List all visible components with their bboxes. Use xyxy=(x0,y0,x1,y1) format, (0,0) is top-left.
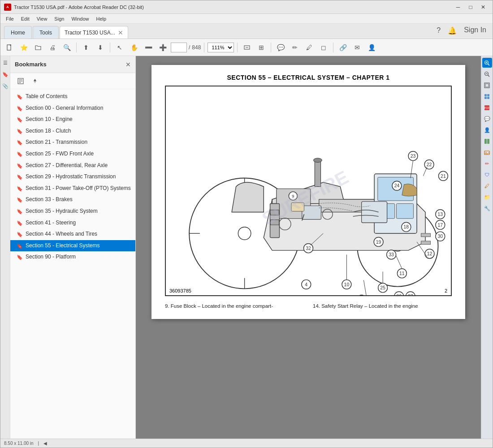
svg-text:21: 21 xyxy=(441,174,446,179)
svg-rect-25 xyxy=(362,202,387,223)
divider-4 xyxy=(237,43,238,52)
menu-view[interactable]: View xyxy=(33,15,51,22)
bookmark-label: Section 31 - Power Take-Off (PTO) System… xyxy=(26,185,131,192)
notification-button[interactable]: 🔔 xyxy=(445,26,459,37)
right-comment-button[interactable]: 💬 xyxy=(482,114,492,124)
bookmark-icon: 🔖 xyxy=(17,220,23,226)
page-navigation: ↖ ✋ ➖ ➕ 664 / 848 xyxy=(113,41,201,54)
page-thumbnail-btn[interactable]: ☰ xyxy=(1,59,9,67)
email-button[interactable]: ✉ xyxy=(351,41,363,54)
bookmark-item-s55[interactable]: 🔖 Section 55 - Electrical Systems xyxy=(10,240,135,252)
select-tool-button[interactable]: ↖ xyxy=(113,41,126,54)
print-button[interactable]: 🖨 xyxy=(46,41,59,54)
menu-edit[interactable]: Edit xyxy=(17,15,33,22)
tab-doc-label: Tractor T1530 USA... xyxy=(65,30,115,36)
bookmark-item-s35[interactable]: 🔖 Section 35 - Hydraulic System xyxy=(10,206,135,217)
bookmark-item-toc[interactable]: 🔖 Table of Contents xyxy=(10,91,135,103)
maximize-button[interactable]: □ xyxy=(465,3,476,12)
svg-rect-101 xyxy=(487,94,489,96)
svg-text:27: 27 xyxy=(408,294,413,295)
zoom-select[interactable]: 50% 75% 100% 111% 125% 150% 200% xyxy=(208,43,234,52)
tab-home[interactable]: Home xyxy=(4,26,32,39)
fit-width-button[interactable] xyxy=(241,41,253,54)
bookmark-panel-btn[interactable]: 🔖 xyxy=(1,70,9,78)
svg-text:26: 26 xyxy=(396,294,402,295)
upload-button[interactable]: ⬆ xyxy=(80,41,92,54)
right-tool-strip: PDF 💬 👤 ✏ 🛡 🖊 📁 🔧 xyxy=(481,56,493,439)
right-export-pdf-button[interactable]: PDF xyxy=(482,103,492,112)
right-folder-button[interactable]: 📁 xyxy=(482,192,492,202)
right-highlight-button[interactable]: 🖊 xyxy=(482,181,492,191)
status-nav-prev[interactable]: ◀ xyxy=(43,441,47,446)
right-tools-button[interactable]: 🔧 xyxy=(482,203,492,213)
sidebar-header: Bookmarks ✕ xyxy=(10,56,135,73)
caption-left: 9. Fuse Block – Located in the engine co… xyxy=(165,303,273,309)
zoom-minus-button[interactable]: ➖ xyxy=(142,41,155,54)
bookmark-item-s10[interactable]: 🔖 Section 10 - Engine xyxy=(10,114,135,125)
right-zoom-out-button[interactable] xyxy=(482,69,492,79)
pdf-section-title: SECTION 55 – ELECTRICAL SYSTEM – CHAPTER… xyxy=(165,74,452,81)
highlight-button[interactable]: ✏ xyxy=(289,41,301,54)
pdf-content-area[interactable]: SECTION 55 – ELECTRICAL SYSTEM – CHAPTER… xyxy=(136,56,481,439)
tab-tools[interactable]: Tools xyxy=(33,26,59,39)
help-button[interactable]: ? xyxy=(434,26,443,36)
svg-text:18: 18 xyxy=(404,224,409,229)
svg-point-109 xyxy=(486,152,487,153)
divider-6 xyxy=(333,43,333,52)
right-shield-button[interactable]: 🛡 xyxy=(482,170,492,180)
right-page-organizer-button[interactable] xyxy=(482,91,492,101)
bookmark-expand-button[interactable] xyxy=(15,75,26,87)
menu-file[interactable]: File xyxy=(2,15,17,22)
bookmark-button[interactable]: ⭐ xyxy=(17,41,30,54)
bookmarks-panel: Bookmarks ✕ 🔖 Table of Contents 🔖 Sectio… xyxy=(10,56,136,439)
bookmark-item-s29[interactable]: 🔖 Section 29 - Hydrostatic Transmission xyxy=(10,171,135,183)
eraser-button[interactable]: ◻ xyxy=(317,41,330,54)
right-user-button[interactable]: 👤 xyxy=(482,125,492,135)
menu-help[interactable]: Help xyxy=(93,15,110,22)
bookmark-item-s41[interactable]: 🔖 Section 41 - Steering xyxy=(10,217,135,229)
tab-tools-label: Tools xyxy=(39,30,52,36)
share-button[interactable]: 👤 xyxy=(365,41,378,54)
attachment-btn[interactable]: 📎 xyxy=(1,82,9,90)
right-combine-button[interactable] xyxy=(482,136,492,146)
open-button[interactable] xyxy=(32,41,44,54)
bookmark-item-s21[interactable]: 🔖 Section 21 - Transmission xyxy=(10,137,135,148)
tab-document[interactable]: Tractor T1530 USA... ✕ xyxy=(60,26,128,39)
zoom-out-toolbar-button[interactable]: 🔍 xyxy=(61,41,73,54)
bookmark-item-s18[interactable]: 🔖 Section 18 - Clutch xyxy=(10,125,135,137)
bookmark-sort-button[interactable] xyxy=(29,75,41,87)
new-file-button[interactable] xyxy=(3,41,16,54)
tractor-diagram-svg: 9 10 11 12 xyxy=(166,86,451,295)
minimize-button[interactable]: ─ xyxy=(452,3,464,12)
right-pen-button[interactable]: ✏ xyxy=(482,159,492,168)
sidebar-close-button[interactable]: ✕ xyxy=(125,61,131,68)
bookmark-item-s00[interactable]: 🔖 Section 00 - General Information xyxy=(10,103,135,114)
pdf-diagram: 9 10 11 12 xyxy=(165,86,452,296)
bookmark-label: Section 10 - Engine xyxy=(26,116,131,123)
hand-tool-button[interactable]: ✋ xyxy=(128,41,140,54)
bookmark-item-s27[interactable]: 🔖 Section 27 - Differential, Rear Axle xyxy=(10,160,135,172)
signin-button[interactable]: Sign In xyxy=(461,25,489,35)
toolbar: ⭐ 🖨 🔍 ⬆ ⬇ ↖ ✋ ➖ ➕ 664 / 848 50% 75% 100%… xyxy=(0,39,493,56)
page-number-input[interactable]: 664 xyxy=(171,43,187,52)
menu-sign[interactable]: Sign xyxy=(51,15,68,22)
right-export-image-button[interactable] xyxy=(482,147,492,157)
right-fit-page-button[interactable] xyxy=(482,80,492,90)
menu-window[interactable]: Window xyxy=(68,15,92,22)
comment-button[interactable]: 💬 xyxy=(274,41,287,54)
close-button[interactable]: ✕ xyxy=(477,3,489,12)
draw-button[interactable]: 🖊 xyxy=(303,41,316,54)
tab-close-icon[interactable]: ✕ xyxy=(118,29,123,36)
bookmark-item-s90[interactable]: 🔖 Section 90 - Platform xyxy=(10,251,135,263)
bookmark-item-s44[interactable]: 🔖 Section 44 - Wheels and Tires xyxy=(10,228,135,240)
link-button[interactable]: 🔗 xyxy=(337,41,349,54)
bookmark-label: Section 21 - Transmission xyxy=(26,139,131,146)
reflow-button[interactable]: ⊞ xyxy=(255,41,268,54)
svg-text:PDF: PDF xyxy=(484,107,490,109)
zoom-plus-button[interactable]: ➕ xyxy=(156,41,169,54)
download-button[interactable]: ⬇ xyxy=(94,41,107,54)
bookmark-item-s33[interactable]: 🔖 Section 33 - Brakes xyxy=(10,194,135,206)
right-zoom-in-button[interactable] xyxy=(482,58,492,68)
bookmark-item-s25[interactable]: 🔖 Section 25 - FWD Front Axle xyxy=(10,148,135,160)
bookmark-item-s31[interactable]: 🔖 Section 31 - Power Take-Off (PTO) Syst… xyxy=(10,183,135,194)
